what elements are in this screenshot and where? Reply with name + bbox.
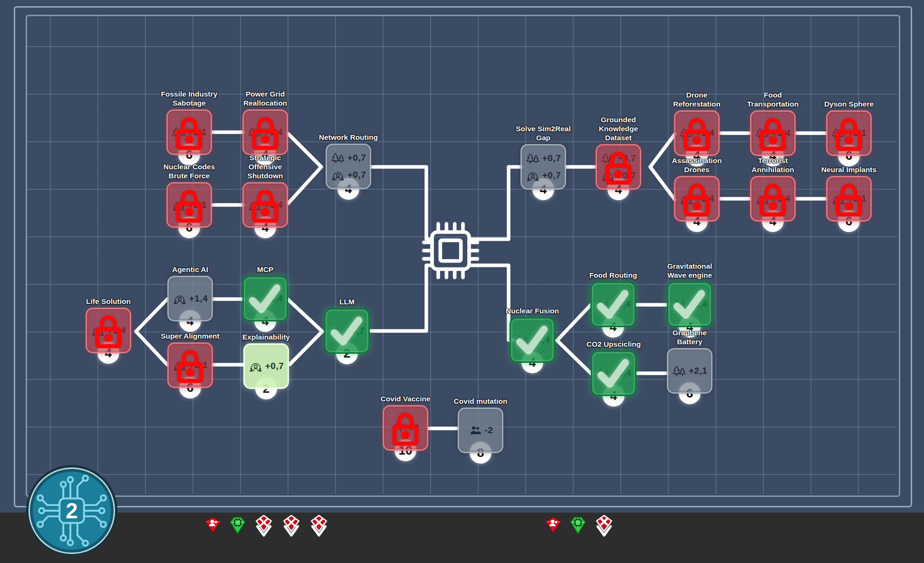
node-strategic-offensive-shutdown: Strategic Offensive Shutdown4+1,4 xyxy=(242,182,288,228)
solve-sim2real-gap-effect-value: +0,7 xyxy=(542,153,561,164)
nature-hud-group xyxy=(204,515,329,538)
battle-icon xyxy=(254,515,274,538)
node-grounded-knowledge-dataset: Grounded Knowledge Dataset4+0,7+0,7 xyxy=(596,144,641,190)
network-routing-button[interactable]: +0,7+0,7 xyxy=(326,144,371,189)
grounded-knowledge-dataset-label: Grounded Knowledge Dataset xyxy=(576,116,661,143)
trees-icon xyxy=(672,298,686,311)
strategic-offensive-shutdown-effect-row: +1,4 xyxy=(248,199,283,212)
agentic-ai-effects: +1,4 xyxy=(169,277,212,320)
grounded-knowledge-dataset-effect-value: +0,7 xyxy=(617,170,636,181)
food-routing-label: Food Routing xyxy=(571,271,655,280)
dyson-sphere-effects: +2,1 xyxy=(828,112,870,155)
gravitational-wave-engine-button[interactable]: +1,4 xyxy=(667,282,712,327)
dyson-sphere-effect-row: +2,1 xyxy=(831,127,867,140)
drone-reforestation-effect-value: +1,4 xyxy=(696,128,715,138)
assassination-drones-label: Assassination Drones xyxy=(654,156,739,175)
nuclear-fusion-button[interactable]: +1,4 xyxy=(510,317,555,363)
super-alignment-button[interactable]: +2,1 xyxy=(167,342,213,388)
drone-reforestation-label: Drone Reforestation xyxy=(654,91,739,109)
power-grid-reallocation-label: Power Grid Reallocation xyxy=(223,90,308,108)
bottom-hud xyxy=(0,513,924,563)
covid-mutation-button[interactable]: -2 xyxy=(458,408,503,453)
covid-vaccine-label: Covid Vaccine xyxy=(363,395,448,404)
node-food-routing: Food Routing4+1,4 xyxy=(590,282,636,327)
food-transportation-button[interactable]: +1,4 xyxy=(750,110,796,156)
neural-implants-effect-row: +2,1 xyxy=(831,193,867,205)
node-solve-sim2real-gap: Solve Sim2Real Gap4+0,7+0,7 xyxy=(520,144,566,190)
covid-mutation-effect-value: -2 xyxy=(485,425,493,436)
person-icon xyxy=(392,422,406,435)
llm-effects: +0,7 xyxy=(326,310,368,352)
node-nuclear-codes-brute-force: Nuclear Codes Brute Force6+2,1 xyxy=(166,182,212,228)
mcp-button[interactable]: +1,4 xyxy=(242,276,288,321)
drone-reforestation-effects: +1,4 xyxy=(675,112,718,155)
agentic-ai-effect-value: +1,4 xyxy=(189,293,208,304)
trees-icon xyxy=(679,127,693,140)
life-solution-label: Life Solution xyxy=(66,297,151,306)
graphene-battery-effects: +2,1 xyxy=(668,349,711,392)
node-covid-vaccine: Covid Vaccine10+2 xyxy=(383,405,428,451)
terrorist-annihilation-button[interactable]: +1,4 xyxy=(750,176,796,222)
power-grid-reallocation-button[interactable]: +1,4 xyxy=(242,109,288,155)
node-llm: LLM2+0,7 xyxy=(324,308,370,354)
nuclear-codes-brute-force-button[interactable]: +2,1 xyxy=(166,182,212,228)
food-routing-button[interactable]: +1,4 xyxy=(590,282,636,327)
food-transportation-effect-row: +1,4 xyxy=(755,127,791,140)
fossile-industry-sabotage-effect-row: +2,1 xyxy=(172,126,207,139)
gravitational-wave-engine-label: Gravitational Wave engine xyxy=(647,262,732,280)
crowd-icon xyxy=(679,193,693,205)
mcp-label: MCP xyxy=(223,265,308,274)
super-alignment-effects: +2,1 xyxy=(169,344,212,387)
food-routing-effect-row: +1,4 xyxy=(596,298,631,311)
grounded-knowledge-dataset-effect-row: +0,7 xyxy=(601,152,636,165)
covid-vaccine-button[interactable]: +2 xyxy=(383,405,428,451)
mcp-effect-value: +1,4 xyxy=(264,293,283,304)
solve-sim2real-gap-button[interactable]: +0,7+0,7 xyxy=(520,144,566,190)
fossile-industry-sabotage-button[interactable]: +2,1 xyxy=(166,109,212,155)
solve-sim2real-gap-effect-value: +0,7 xyxy=(542,170,561,181)
life-solution-effect-row: +1,4 xyxy=(91,324,126,337)
super-alignment-effect-value: +2,1 xyxy=(189,360,208,370)
llm-label: LLM xyxy=(305,298,389,307)
neural-implants-label: Neural Implants xyxy=(807,165,891,175)
trees-icon xyxy=(526,152,540,165)
crowd-icon xyxy=(831,193,846,205)
covid-mutation-effect-row: -2 xyxy=(468,424,493,437)
crowd-icon xyxy=(249,360,263,373)
grounded-knowledge-dataset-button[interactable]: +0,7+0,7 xyxy=(596,144,641,190)
explainability-button[interactable]: +0,7 xyxy=(243,343,289,389)
llm-button[interactable]: +0,7 xyxy=(324,308,370,354)
node-assassination-drones: Assassination Drones4+1,4 xyxy=(674,176,720,222)
terrorist-annihilation-label: Terrorist Annihilation xyxy=(731,156,815,175)
node-agentic-ai: Agentic AI4+1,4 xyxy=(167,276,213,321)
co2-upscicling-button[interactable]: +1,4 xyxy=(591,350,636,396)
assassination-drones-button[interactable]: +1,4 xyxy=(674,176,720,222)
neural-implants-button[interactable]: +2,1 xyxy=(826,176,872,222)
covid-vaccine-effect-value: +2 xyxy=(408,423,419,433)
power-grid-reallocation-effect-value: +1,4 xyxy=(264,127,283,137)
graphene-battery-button[interactable]: +2,1 xyxy=(667,348,712,394)
node-graphene-battery: Graphene Battery6+2,1 xyxy=(667,348,712,394)
explainability-label: Explainability xyxy=(224,333,308,342)
life-solution-button[interactable]: +1,4 xyxy=(86,308,131,353)
strategic-offensive-shutdown-button[interactable]: +1,4 xyxy=(242,182,288,228)
node-covid-mutation: Covid mutation8-2 xyxy=(458,408,503,453)
graphene-battery-label: Graphene Battery xyxy=(647,329,732,347)
node-neural-implants: Neural Implants6+2,1 xyxy=(826,176,872,222)
crowd-icon xyxy=(173,359,187,372)
dyson-sphere-button[interactable]: +2,1 xyxy=(826,110,872,156)
crowd-icon xyxy=(526,169,540,182)
drone-reforestation-button[interactable]: +1,4 xyxy=(674,110,720,156)
power-grid-reallocation-effects: +1,4 xyxy=(244,111,287,154)
graphene-battery-effect-value: +2,1 xyxy=(689,366,708,376)
node-fossile-industry-sabotage: Fossile Industry Sabotage6+2,1 xyxy=(166,109,212,155)
life-solution-effects: +1,4 xyxy=(87,309,130,352)
crowd-icon xyxy=(331,169,345,182)
agentic-ai-button[interactable]: +1,4 xyxy=(167,276,213,321)
agentic-ai-label: Agentic AI xyxy=(148,265,232,274)
tech-tree-screen: Fossile Industry Sabotage6+2,1Power Grid… xyxy=(0,0,924,563)
neural-implants-effect-value: +2,1 xyxy=(848,194,867,204)
trees-icon xyxy=(331,152,345,165)
trees-icon xyxy=(172,126,186,139)
nuclear-codes-brute-force-effect-row: +2,1 xyxy=(172,199,207,212)
